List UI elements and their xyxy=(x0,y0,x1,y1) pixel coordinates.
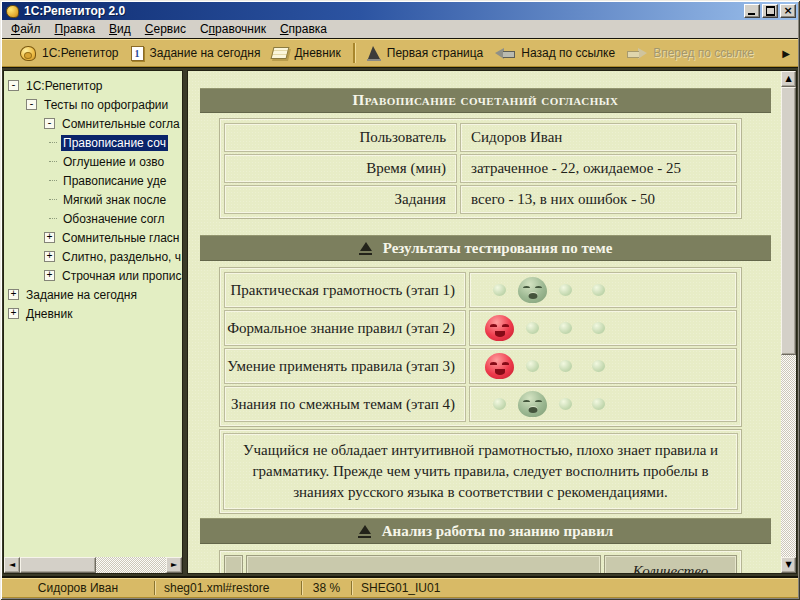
close-button[interactable]: × xyxy=(780,4,796,18)
tree-item-label[interactable]: Мягкий знак после xyxy=(61,192,168,208)
tree-item-label[interactable]: Дневник xyxy=(24,306,74,322)
scroll-up-button[interactable]: ▲ xyxy=(781,71,796,87)
score-slot xyxy=(483,284,516,296)
menu-item-2[interactable]: Правка xyxy=(48,21,103,38)
tree-rows: -1С:Репетитор-Тесты по орфографии-Сомнит… xyxy=(4,71,182,323)
info-row: Заданиявсего - 13, в них ошибок - 50 xyxy=(225,186,736,213)
result-row-score xyxy=(470,349,736,383)
info-row-label: Пользователь xyxy=(225,124,456,151)
collapse-box-icon[interactable]: - xyxy=(26,99,37,110)
tree-item-label[interactable]: Строчная или пропис xyxy=(60,268,182,284)
result-row-label: Формальное знание правил (этап 2) xyxy=(225,311,465,345)
user-info-table: ПользовательСидоров ИванВремя (мин)затра… xyxy=(220,119,741,218)
content-vertical-scrollbar[interactable]: ▲ ▼ xyxy=(781,71,796,573)
scrollbar-thumb[interactable] xyxy=(781,87,796,355)
tree-item-7[interactable]: Мягкий знак после xyxy=(4,190,182,209)
menu-item-4[interactable]: Сервис xyxy=(138,21,193,38)
result-row-label: Практическая грамотность (этап 1) xyxy=(225,273,465,307)
score-slot xyxy=(582,398,615,410)
analysis-section-header[interactable]: Анализ работы по знанию правил xyxy=(200,518,771,544)
score-slot xyxy=(516,322,549,334)
collapse-box-icon[interactable]: - xyxy=(8,80,19,91)
tree-item-11[interactable]: +Строчная или пропис xyxy=(4,266,182,285)
tree-item-1[interactable]: -1С:Репетитор xyxy=(4,76,182,95)
score-bead-icon xyxy=(592,360,605,372)
tree-connector xyxy=(49,199,57,200)
scroll-left-button[interactable]: ◄ xyxy=(4,557,20,573)
score-slot xyxy=(549,322,582,334)
expand-box-icon[interactable]: + xyxy=(44,270,55,281)
tree-item-13[interactable]: +Дневник xyxy=(4,304,182,323)
status-file: sheg01.xml#restore xyxy=(155,581,301,595)
toolbar-separator xyxy=(353,43,355,63)
scrollbar-track[interactable] xyxy=(96,557,166,573)
toolbar-overflow-arrow[interactable]: ▶ xyxy=(782,48,792,59)
status-bar: Сидоров Иван sheg01.xml#restore 38 % SHE… xyxy=(2,576,798,598)
toolbar-button-label: Первая страница xyxy=(387,46,483,60)
score-slot xyxy=(549,360,582,372)
scrollbar-thumb[interactable] xyxy=(20,557,96,573)
app-icon xyxy=(6,5,19,18)
sad-face-red-icon xyxy=(485,315,514,341)
expand-box-icon[interactable]: + xyxy=(44,251,55,262)
tree-item-label[interactable]: Оглушение и озво xyxy=(61,154,166,170)
scrollbar-track[interactable] xyxy=(781,355,796,557)
menu-item-6[interactable]: Справка xyxy=(273,21,334,38)
tree-item-12[interactable]: +Задание на сегодня xyxy=(4,285,182,304)
score-bead-icon xyxy=(559,284,572,296)
scroll-right-button[interactable]: ► xyxy=(166,557,182,573)
tree-item-label[interactable]: Тесты по орфографии xyxy=(42,97,170,113)
toolbar-button-calendar-task[interactable]: 1Задание на сегодня xyxy=(125,44,267,63)
toolbar-button-label: Дневник xyxy=(294,46,340,60)
analysis-heading-text: Анализ работы по знанию правил xyxy=(382,523,613,540)
tree-horizontal-scrollbar[interactable]: ◄ ► xyxy=(4,557,182,573)
tree-item-label[interactable]: Задание на сегодня xyxy=(24,287,139,303)
collapse-box-icon[interactable]: - xyxy=(44,118,55,129)
tree-item-2[interactable]: -Тесты по орфографии xyxy=(4,95,182,114)
menu-item-1[interactable]: Файл xyxy=(4,21,48,38)
analysis-count-header: Количество xyxy=(605,556,736,574)
toolbar-button-first-page[interactable]: Первая страница xyxy=(361,44,489,63)
tree-item-label[interactable]: Слитно, раздельно, ч xyxy=(60,249,182,265)
expand-box-icon[interactable]: + xyxy=(44,232,55,243)
result-row: Формальное знание правил (этап 2) xyxy=(225,311,736,345)
result-row: Умение применять правила (этап 3) xyxy=(225,349,736,383)
tree-item-3[interactable]: -Сомнительные согла xyxy=(4,114,182,133)
menu-item-3[interactable]: Вид xyxy=(102,21,138,38)
info-row-value: Сидоров Иван xyxy=(461,124,736,151)
menu-item-5[interactable]: Справочник xyxy=(193,21,273,38)
result-row-score xyxy=(470,273,736,307)
results-table: Практическая грамотность (этап 1)Формаль… xyxy=(220,268,741,426)
score-bead-icon xyxy=(592,284,605,296)
tree-item-label[interactable]: Правописание соч xyxy=(61,135,168,151)
results-section-header[interactable]: Результаты тестирования по теме xyxy=(200,235,771,261)
tree-item-5[interactable]: Оглушение и озво xyxy=(4,152,182,171)
toolbar-button-repetitor-bird[interactable]: 1С:Репетитор xyxy=(14,44,125,63)
expand-box-icon[interactable]: + xyxy=(8,289,19,300)
score-slot xyxy=(516,277,549,303)
scroll-down-button[interactable]: ▼ xyxy=(781,557,796,573)
tree-item-9[interactable]: +Сомнительные гласн xyxy=(4,228,182,247)
minimize-button[interactable] xyxy=(744,4,760,18)
tree-item-6[interactable]: Правописание уде xyxy=(4,171,182,190)
tree-item-label[interactable]: Обозначение согл xyxy=(61,211,166,227)
tree-item-label[interactable]: Сомнительные гласн xyxy=(60,230,182,246)
tree-item-label[interactable]: Правописание уде xyxy=(61,173,168,189)
navigation-tree-panel: -1С:Репетитор-Тесты по орфографии-Сомнит… xyxy=(3,70,183,574)
toolbar-button-diary-notebook[interactable]: Дневник xyxy=(266,44,346,62)
score-bead-icon xyxy=(526,360,539,372)
title-bar: 1С:Репетитор 2.0 × xyxy=(2,2,798,20)
toolbar-button-back-arrow[interactable]: Назад по ссылке xyxy=(489,44,621,62)
page-title-text: Правописание сочетаний согласных xyxy=(353,92,619,109)
tree-item-10[interactable]: +Слитно, раздельно, ч xyxy=(4,247,182,266)
expand-box-icon[interactable]: + xyxy=(8,308,19,319)
result-row: Практическая грамотность (этап 1) xyxy=(225,273,736,307)
restore-button[interactable] xyxy=(762,4,778,18)
content-panel: Правописание сочетаний согласных Пользов… xyxy=(187,70,797,574)
tree-item-4[interactable]: Правописание соч xyxy=(4,133,182,152)
tree-item-8[interactable]: Обозначение согл xyxy=(4,209,182,228)
tree-item-label[interactable]: Сомнительные согла xyxy=(60,116,182,132)
tree-item-label[interactable]: 1С:Репетитор xyxy=(24,78,105,94)
score-slot xyxy=(516,391,549,417)
tree-connector xyxy=(49,180,57,181)
